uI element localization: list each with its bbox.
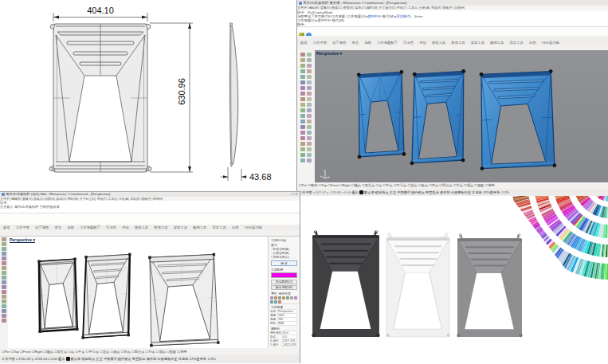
- svg-text:43.68: 43.68: [249, 172, 272, 182]
- svg-text:630.96: 630.96: [177, 78, 186, 105]
- svg-text:404.10: 404.10: [87, 6, 114, 15]
- svg-text:z: z: [324, 168, 325, 172]
